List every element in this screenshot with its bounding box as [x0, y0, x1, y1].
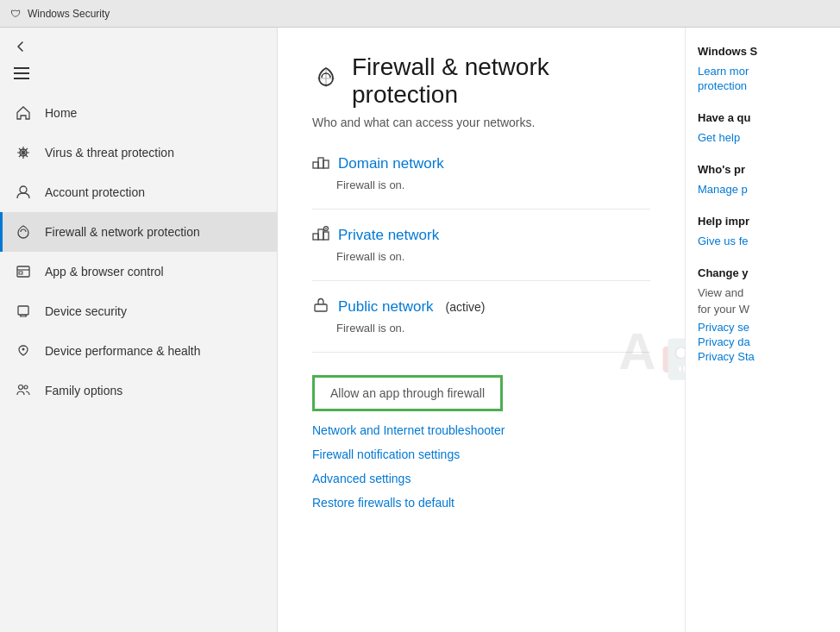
sidebar-item-family[interactable]: Family options: [0, 371, 277, 410]
title-bar-icon: 🛡: [9, 7, 22, 21]
right-section-windows-title: Windows S: [698, 45, 828, 59]
network-section-private: Private network Firewall is on.: [312, 225, 650, 263]
svg-point-10: [24, 385, 28, 389]
highlighted-button-container: Allow an app through firewall: [312, 368, 650, 423]
svg-rect-16: [323, 232, 329, 240]
domain-network-status: Firewall is on.: [336, 178, 650, 191]
sidebar-item-firewall[interactable]: Firewall & network protection: [0, 212, 277, 252]
svg-rect-6: [19, 272, 22, 274]
sidebar-label-firewall: Firewall & network protection: [45, 225, 200, 239]
sidebar-label-app-browser: App & browser control: [45, 265, 164, 278]
divider-1: [312, 209, 650, 210]
right-panel: Windows S Learn mor protection Have a qu…: [685, 28, 840, 632]
private-network-status: Firewall is on.: [336, 250, 650, 263]
divider-3: [312, 352, 650, 353]
sidebar-item-home[interactable]: Home: [0, 93, 277, 133]
divider-2: [312, 280, 650, 281]
svg-point-9: [19, 385, 23, 390]
right-section-whos-title: Who's pr: [698, 163, 828, 178]
sidebar-item-device-security[interactable]: Device security: [0, 291, 277, 331]
sidebar-label-account: Account protection: [45, 185, 145, 199]
right-section-question-title: Have a qu: [698, 111, 828, 126]
right-section-whos: Who's pr Manage p: [698, 163, 828, 196]
learn-more-link[interactable]: Learn mor: [698, 65, 828, 78]
domain-network-label[interactable]: Domain network: [338, 155, 444, 172]
svg-rect-15: [318, 229, 323, 240]
svg-rect-13: [323, 160, 329, 168]
svg-rect-7: [18, 306, 28, 315]
family-icon: [14, 381, 33, 400]
app-browser-icon: [14, 262, 33, 281]
sidebar-item-app-browser[interactable]: App & browser control: [0, 252, 277, 291]
network-title-private: Private network: [312, 225, 650, 245]
public-network-badge: (active): [446, 300, 486, 314]
sidebar-label-device-performance: Device performance & health: [45, 344, 201, 358]
account-icon: [14, 183, 33, 202]
private-network-icon: [312, 225, 329, 245]
sidebar-label-device-security: Device security: [45, 304, 127, 318]
protection-link[interactable]: protection: [698, 79, 828, 92]
network-section-public: Public network (active) Firewall is on.: [312, 297, 650, 335]
domain-network-icon: [312, 153, 329, 173]
privacy-da-link[interactable]: Privacy da: [698, 335, 828, 348]
sidebar-label-family: Family options: [45, 384, 122, 397]
network-section-domain: Domain network Firewall is on.: [312, 153, 650, 191]
sidebar-label-virus: Virus & threat protection: [45, 146, 174, 160]
privacy-se-link[interactable]: Privacy se: [698, 321, 828, 334]
manage-p-link[interactable]: Manage p: [698, 183, 828, 196]
sidebar-nav: Home Virus & threat protection: [0, 93, 277, 410]
page-title: Firewall & network protection: [352, 53, 650, 109]
public-network-status: Firewall is on.: [336, 322, 650, 335]
main-content: A🤖PUALS Firewall & network protection Wh…: [278, 28, 685, 632]
svg-point-4: [20, 186, 27, 193]
home-icon: [14, 103, 33, 122]
content-wrapper: A🤖PUALS Firewall & network protection Wh…: [312, 53, 650, 510]
right-section-change: Change y View andfor your W Privacy se P…: [698, 266, 828, 363]
svg-rect-1: [14, 72, 29, 74]
network-title-public: Public network (active): [312, 297, 650, 316]
svg-point-8: [22, 348, 25, 351]
public-network-icon: [312, 297, 329, 316]
allow-app-button[interactable]: Allow an app through firewall: [312, 375, 503, 411]
page-icon: [312, 65, 340, 98]
private-network-label[interactable]: Private network: [338, 227, 439, 244]
get-help-link[interactable]: Get help: [698, 131, 828, 144]
svg-rect-11: [313, 162, 318, 168]
svg-rect-14: [313, 234, 318, 240]
sidebar-item-device-performance[interactable]: Device performance & health: [0, 331, 277, 371]
right-section-change-title: Change y: [698, 266, 828, 281]
device-security-icon: [14, 302, 33, 321]
svg-rect-12: [318, 158, 323, 168]
right-section-change-text: View andfor your W: [698, 285, 828, 316]
main-container: Home Virus & threat protection: [0, 28, 840, 632]
public-network-label[interactable]: Public network: [338, 298, 434, 316]
sidebar-item-account[interactable]: Account protection: [0, 172, 277, 212]
right-section-improve-title: Help impr: [698, 215, 828, 229]
back-button[interactable]: [0, 28, 277, 60]
sidebar: Home Virus & threat protection: [0, 28, 278, 632]
title-bar: 🛡 Windows Security: [0, 0, 840, 28]
right-section-improve: Help impr Give us fe: [698, 215, 828, 247]
sidebar-label-home: Home: [45, 106, 77, 120]
firewall-icon: [14, 222, 33, 241]
right-section-question: Have a qu Get help: [698, 111, 828, 144]
give-us-link[interactable]: Give us fe: [698, 235, 828, 247]
network-title-domain: Domain network: [312, 153, 650, 173]
svg-rect-2: [14, 78, 29, 79]
privacy-sta-link[interactable]: Privacy Sta: [698, 350, 828, 363]
svg-rect-0: [14, 67, 29, 69]
restore-firewalls-link[interactable]: Restore firewalls to default: [312, 496, 650, 510]
advanced-settings-link[interactable]: Advanced settings: [312, 472, 650, 485]
page-subtitle: Who and what can access your networks.: [312, 116, 650, 129]
page-header: Firewall & network protection: [312, 53, 650, 109]
virus-icon: [14, 143, 33, 162]
svg-rect-18: [315, 304, 327, 311]
title-bar-title: Windows Security: [28, 8, 110, 20]
notification-settings-link[interactable]: Firewall notification settings: [312, 447, 650, 461]
hamburger-button[interactable]: [0, 60, 277, 86]
right-section-windows: Windows S Learn mor protection: [698, 45, 828, 92]
device-performance-icon: [14, 341, 33, 360]
sidebar-item-virus[interactable]: Virus & threat protection: [0, 133, 277, 172]
troubleshooter-link[interactable]: Network and Internet troubleshooter: [312, 423, 650, 437]
